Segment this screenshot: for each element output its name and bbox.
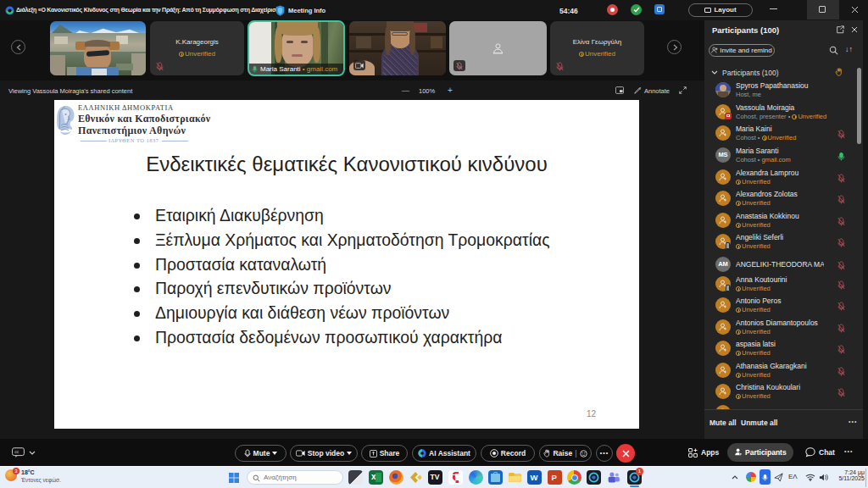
svg-text:cc: cc [14, 449, 19, 454]
